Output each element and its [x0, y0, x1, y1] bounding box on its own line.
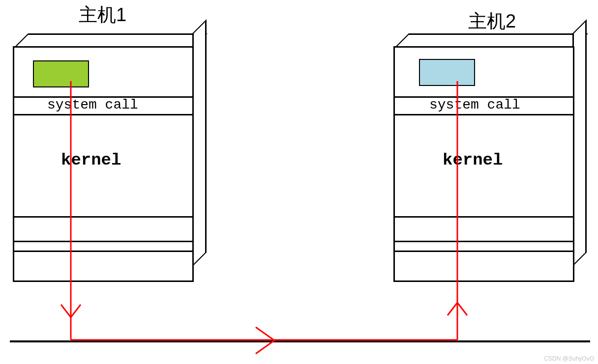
- host1-title: 主机1: [79, 2, 126, 28]
- host2-divider: [395, 251, 573, 252]
- host1-app-block: [33, 60, 89, 87]
- host1-kernel-label: kernel: [61, 151, 121, 169]
- host1-box-top: [14, 33, 208, 48]
- host2-divider: [395, 241, 573, 242]
- host2-syscall-label: system call: [429, 97, 520, 112]
- network-baseline: [10, 340, 590, 342]
- host2-divider: [395, 114, 573, 115]
- host1-divider: [14, 241, 192, 242]
- host2-app-block: [419, 59, 475, 86]
- host1-divider: [14, 216, 192, 218]
- host2-title: 主机2: [468, 9, 516, 34]
- host1-box-side: [192, 19, 207, 267]
- host2-box-top: [394, 33, 588, 48]
- host1-divider: [14, 114, 192, 115]
- host2-divider: [395, 216, 573, 218]
- host1-divider: [14, 251, 192, 252]
- host2-kernel-label: kernel: [443, 151, 503, 169]
- watermark: CSDN @SuhyOvO: [544, 355, 594, 362]
- host1-syscall-label: system call: [47, 97, 138, 112]
- host2-box-side: [572, 19, 587, 267]
